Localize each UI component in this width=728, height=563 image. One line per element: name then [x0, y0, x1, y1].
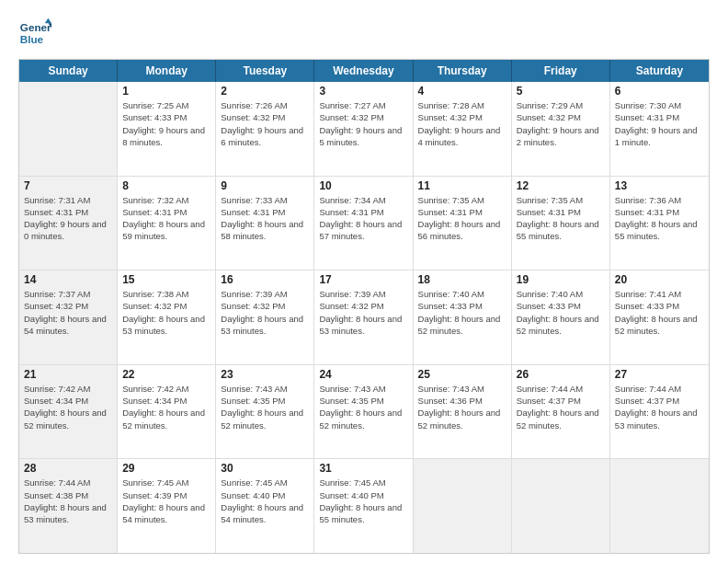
- sunset-text: Sunset: 4:31 PM: [221, 206, 309, 218]
- sunrise-text: Sunrise: 7:35 AM: [418, 194, 506, 206]
- sunset-text: Sunset: 4:32 PM: [517, 111, 605, 123]
- sunrise-text: Sunrise: 7:33 AM: [221, 194, 309, 206]
- calendar: SundayMondayTuesdayWednesdayThursdayFrid…: [18, 59, 710, 554]
- weekday-header: Wednesday: [314, 60, 413, 82]
- day-number: 6: [615, 85, 704, 98]
- calendar-cell: [610, 459, 709, 553]
- daylight-text: Daylight: 8 hours and 52 minutes.: [517, 407, 605, 431]
- calendar-cell: 24 Sunrise: 7:43 AM Sunset: 4:35 PM Dayl…: [314, 365, 413, 459]
- calendar-cell: 19 Sunrise: 7:40 AM Sunset: 4:33 PM Dayl…: [512, 270, 610, 364]
- daylight-text: Daylight: 9 hours and 4 minutes.: [418, 124, 506, 149]
- weekday-header: Friday: [512, 60, 610, 82]
- sunset-text: Sunset: 4:40 PM: [319, 489, 407, 501]
- calendar-cell: 25 Sunrise: 7:43 AM Sunset: 4:36 PM Dayl…: [414, 365, 512, 459]
- sunrise-text: Sunrise: 7:28 AM: [418, 99, 506, 111]
- sunset-text: Sunset: 4:34 PM: [122, 395, 210, 407]
- sunrise-text: Sunrise: 7:44 AM: [517, 383, 605, 395]
- calendar-cell: 18 Sunrise: 7:40 AM Sunset: 4:33 PM Dayl…: [414, 270, 512, 364]
- calendar-cell: 23 Sunrise: 7:43 AM Sunset: 4:35 PM Dayl…: [216, 365, 314, 459]
- calendar-cell: 10 Sunrise: 7:34 AM Sunset: 4:31 PM Dayl…: [314, 177, 413, 270]
- sunset-text: Sunset: 4:40 PM: [221, 489, 309, 501]
- day-number: 13: [615, 179, 704, 192]
- calendar-cell: 28 Sunrise: 7:44 AM Sunset: 4:38 PM Dayl…: [19, 459, 118, 553]
- sunset-text: Sunset: 4:34 PM: [24, 395, 112, 407]
- sunset-text: Sunset: 4:32 PM: [122, 300, 210, 312]
- calendar-cell: [414, 459, 512, 553]
- day-number: 5: [517, 85, 605, 98]
- sunrise-text: Sunrise: 7:25 AM: [122, 99, 210, 111]
- calendar-cell: 30 Sunrise: 7:45 AM Sunset: 4:40 PM Dayl…: [216, 459, 314, 553]
- calendar-row: 21 Sunrise: 7:42 AM Sunset: 4:34 PM Dayl…: [19, 364, 709, 459]
- sunrise-text: Sunrise: 7:32 AM: [122, 194, 210, 206]
- sunrise-text: Sunrise: 7:45 AM: [221, 477, 309, 488]
- sunrise-text: Sunrise: 7:45 AM: [319, 477, 407, 488]
- sunrise-text: Sunrise: 7:29 AM: [517, 99, 605, 111]
- day-number: 12: [517, 179, 605, 192]
- daylight-text: Daylight: 9 hours and 8 minutes.: [122, 124, 210, 149]
- day-number: 3: [319, 85, 407, 98]
- calendar-cell: 14 Sunrise: 7:37 AM Sunset: 4:32 PM Dayl…: [19, 270, 118, 364]
- calendar-cell: [512, 459, 610, 553]
- day-number: 15: [122, 273, 210, 286]
- day-number: 22: [122, 368, 210, 381]
- calendar-row: 28 Sunrise: 7:44 AM Sunset: 4:38 PM Dayl…: [19, 458, 709, 553]
- calendar-cell: [19, 82, 118, 176]
- svg-text:Blue: Blue: [20, 33, 44, 45]
- daylight-text: Daylight: 8 hours and 52 minutes.: [24, 407, 112, 431]
- calendar-cell: 20 Sunrise: 7:41 AM Sunset: 4:33 PM Dayl…: [610, 270, 709, 364]
- sunrise-text: Sunrise: 7:37 AM: [24, 288, 112, 300]
- daylight-text: Daylight: 8 hours and 52 minutes.: [615, 313, 704, 338]
- calendar-body: 1 Sunrise: 7:25 AM Sunset: 4:33 PM Dayli…: [19, 82, 709, 553]
- day-number: 19: [517, 273, 605, 286]
- sunset-text: Sunset: 4:32 PM: [24, 300, 112, 312]
- sunrise-text: Sunrise: 7:42 AM: [122, 383, 210, 395]
- sunrise-text: Sunrise: 7:31 AM: [24, 194, 112, 206]
- daylight-text: Daylight: 8 hours and 52 minutes.: [221, 407, 309, 431]
- sunset-text: Sunset: 4:31 PM: [517, 206, 605, 218]
- day-number: 7: [24, 179, 112, 192]
- calendar-cell: 7 Sunrise: 7:31 AM Sunset: 4:31 PM Dayli…: [19, 177, 118, 270]
- day-number: 17: [319, 273, 407, 286]
- calendar-cell: 26 Sunrise: 7:44 AM Sunset: 4:37 PM Dayl…: [512, 365, 610, 459]
- sunrise-text: Sunrise: 7:27 AM: [319, 99, 407, 111]
- day-number: 14: [24, 273, 112, 286]
- calendar-cell: 13 Sunrise: 7:36 AM Sunset: 4:31 PM Dayl…: [610, 177, 709, 270]
- calendar-cell: 3 Sunrise: 7:27 AM Sunset: 4:32 PM Dayli…: [314, 82, 413, 176]
- day-number: 28: [24, 462, 112, 475]
- sunset-text: Sunset: 4:33 PM: [418, 300, 506, 312]
- daylight-text: Daylight: 8 hours and 58 minutes.: [221, 218, 309, 243]
- calendar-cell: 2 Sunrise: 7:26 AM Sunset: 4:32 PM Dayli…: [216, 82, 314, 176]
- day-number: 31: [319, 462, 407, 475]
- daylight-text: Daylight: 8 hours and 53 minutes.: [122, 313, 210, 338]
- sunrise-text: Sunrise: 7:35 AM: [517, 194, 605, 206]
- day-number: 27: [615, 368, 704, 381]
- calendar-cell: 4 Sunrise: 7:28 AM Sunset: 4:32 PM Dayli…: [414, 82, 512, 176]
- sunrise-text: Sunrise: 7:40 AM: [418, 288, 506, 300]
- daylight-text: Daylight: 8 hours and 52 minutes.: [319, 407, 407, 431]
- calendar-cell: 6 Sunrise: 7:30 AM Sunset: 4:31 PM Dayli…: [610, 82, 709, 176]
- sunset-text: Sunset: 4:38 PM: [24, 489, 112, 501]
- calendar-cell: 27 Sunrise: 7:44 AM Sunset: 4:37 PM Dayl…: [610, 365, 709, 459]
- day-number: 21: [24, 368, 112, 381]
- day-number: 8: [122, 179, 210, 192]
- daylight-text: Daylight: 8 hours and 54 minutes.: [24, 313, 112, 338]
- sunset-text: Sunset: 4:31 PM: [319, 206, 407, 218]
- day-number: 1: [122, 85, 210, 98]
- daylight-text: Daylight: 8 hours and 53 minutes.: [24, 501, 112, 526]
- daylight-text: Daylight: 8 hours and 59 minutes.: [122, 218, 210, 243]
- sunset-text: Sunset: 4:39 PM: [122, 489, 210, 501]
- sunrise-text: Sunrise: 7:36 AM: [615, 194, 704, 206]
- calendar-row: 14 Sunrise: 7:37 AM Sunset: 4:32 PM Dayl…: [19, 270, 709, 364]
- daylight-text: Daylight: 8 hours and 53 minutes.: [319, 313, 407, 338]
- calendar-cell: 31 Sunrise: 7:45 AM Sunset: 4:40 PM Dayl…: [314, 459, 413, 553]
- calendar-row: 1 Sunrise: 7:25 AM Sunset: 4:33 PM Dayli…: [19, 82, 709, 176]
- daylight-text: Daylight: 9 hours and 6 minutes.: [221, 124, 309, 149]
- calendar-row: 7 Sunrise: 7:31 AM Sunset: 4:31 PM Dayli…: [19, 176, 709, 270]
- calendar-cell: 5 Sunrise: 7:29 AM Sunset: 4:32 PM Dayli…: [512, 82, 610, 176]
- sunrise-text: Sunrise: 7:30 AM: [615, 99, 704, 111]
- calendar-header: SundayMondayTuesdayWednesdayThursdayFrid…: [19, 60, 709, 82]
- header: General Blue: [18, 17, 710, 50]
- weekday-header: Saturday: [610, 60, 709, 82]
- day-number: 25: [418, 368, 506, 381]
- day-number: 30: [221, 462, 309, 475]
